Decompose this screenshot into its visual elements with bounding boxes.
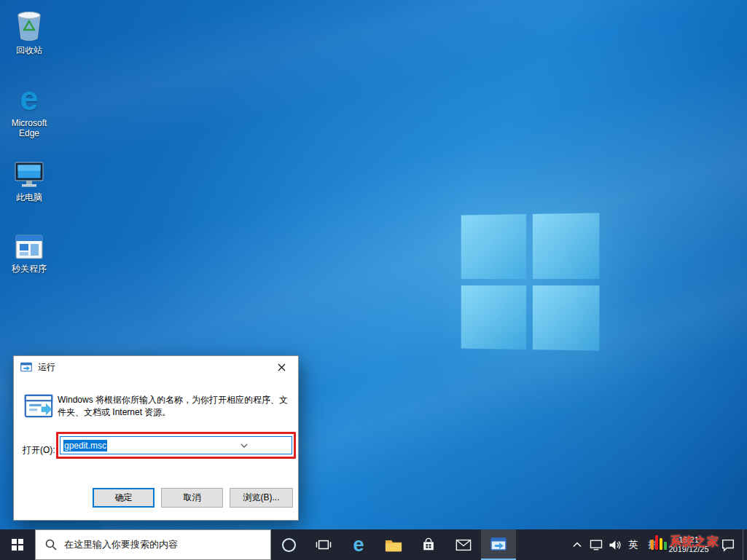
desktop-icon-label: 此电脑 <box>1 192 57 202</box>
desktop-icon-recycle-bin[interactable]: 回收站 <box>1 7 57 55</box>
start-button[interactable] <box>0 529 35 560</box>
run-dialog: 运行 Windows 将根据你所输入的名称，为你打开相应的程序、文件夹、文档或 … <box>13 355 299 521</box>
active-app-run-button[interactable] <box>481 529 516 560</box>
task-view-button[interactable] <box>306 529 341 560</box>
desktop-icon-microsoft-edge[interactable]: e Microsoft Edge <box>1 80 57 138</box>
run-window-icon <box>20 362 32 372</box>
recycle-bin-icon <box>1 7 57 42</box>
windows-wallpaper-logo <box>461 213 600 350</box>
start-icon <box>12 539 24 551</box>
file-explorer-button[interactable] <box>376 529 411 560</box>
file-explorer-icon <box>385 537 402 552</box>
language-label: 英 <box>629 538 638 551</box>
action-center-button[interactable] <box>713 529 743 560</box>
edge-taskbar-button[interactable]: e <box>341 529 376 560</box>
run-dialog-titlebar[interactable]: 运行 <box>14 356 298 378</box>
taskbar: 在这里输入你要搜索的内容 e <box>0 529 747 560</box>
run-dialog-title: 运行 <box>38 361 55 374</box>
network-icon <box>589 538 603 551</box>
run-dialog-description: Windows 将根据你所输入的名称，为你打开相应的程序、文件夹、文档或 Int… <box>58 394 295 419</box>
close-button[interactable] <box>265 356 298 378</box>
store-icon <box>421 537 436 552</box>
ime-indicator[interactable]: 拼 <box>642 529 664 560</box>
cortana-button[interactable] <box>271 529 306 560</box>
run-window-icon <box>24 394 53 418</box>
close-icon <box>278 363 286 371</box>
clock-time: 16:21 <box>678 535 699 545</box>
edge-taskbar-icon: e <box>353 535 364 555</box>
volume-button[interactable] <box>606 529 625 560</box>
clock[interactable]: 16:21 2019/12/25 <box>664 529 713 560</box>
active-app-icon <box>490 537 507 551</box>
desktop-icon-this-pc[interactable]: 此电脑 <box>1 154 57 202</box>
ime-label: 拼 <box>646 537 660 552</box>
store-button[interactable] <box>411 529 446 560</box>
desktop-icon-label: 回收站 <box>1 45 57 55</box>
edge-icon: e <box>1 80 57 115</box>
tray-chevron-up-icon <box>573 542 582 548</box>
app-window-icon <box>1 226 57 261</box>
task-view-icon <box>316 537 332 552</box>
desktop-icon-label: 秒关程序 <box>1 264 57 274</box>
taskbar-empty-space <box>516 529 568 560</box>
network-button[interactable] <box>587 529 606 560</box>
desktop-icon-quick-close-app[interactable]: 秒关程序 <box>1 226 57 274</box>
run-dialog-body: Windows 将根据你所输入的名称，为你打开相应的程序、文件夹、文档或 Int… <box>14 378 298 521</box>
cancel-button[interactable]: 取消 <box>161 488 223 508</box>
desktop-icon-label: Microsoft Edge <box>1 118 57 138</box>
mail-button[interactable] <box>446 529 481 560</box>
browse-button[interactable]: 浏览(B)... <box>230 488 293 508</box>
taskbar-search-box[interactable]: 在这里输入你要搜索的内容 <box>35 529 271 560</box>
language-indicator[interactable]: 英 <box>625 529 642 560</box>
desktop: 回收站 e Microsoft Edge 此电脑 <box>0 0 747 560</box>
cortana-icon <box>282 538 296 552</box>
clock-date: 2019/12/25 <box>668 545 708 554</box>
search-icon <box>45 539 57 551</box>
volume-icon <box>608 539 622 551</box>
search-placeholder-text: 在这里输入你要搜索的内容 <box>64 538 178 551</box>
action-center-icon <box>721 537 735 552</box>
open-label: 打开(O): <box>23 444 55 457</box>
mail-icon <box>455 539 472 551</box>
this-pc-icon <box>1 154 57 189</box>
red-annotation-box <box>56 432 296 459</box>
ok-button[interactable]: 确定 <box>93 488 155 508</box>
wallpaper-light-beam <box>0 0 747 203</box>
tray-show-hidden-icons-button[interactable] <box>568 529 587 560</box>
show-desktop-button[interactable] <box>743 529 747 560</box>
